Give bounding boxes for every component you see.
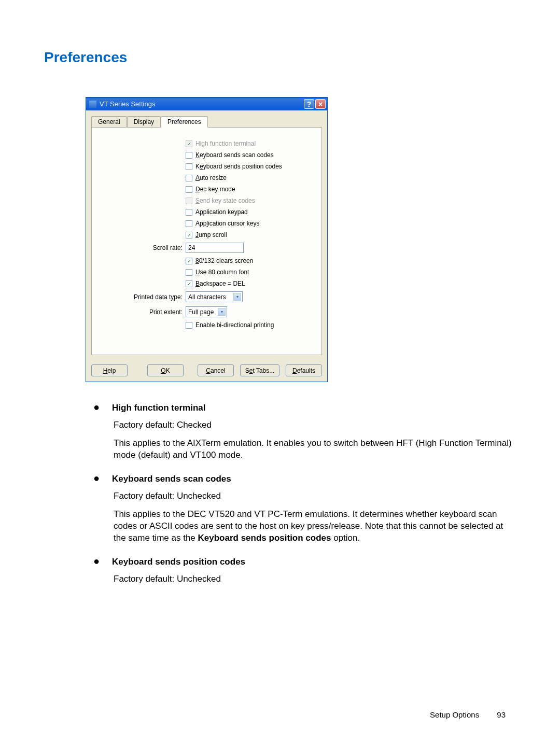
set-tabs-button[interactable]: Set Tabs...	[240, 364, 279, 376]
doc-item-title: High function terminal	[112, 403, 205, 413]
dialog-window: VT Series Settings ? × General Display P…	[86, 97, 328, 382]
checkbox-backspace-del[interactable]	[186, 280, 192, 287]
combo-print-extent-value: Full page	[188, 308, 214, 316]
bullet-icon: ●	[93, 557, 100, 565]
input-scroll-rate[interactable]	[186, 243, 244, 253]
checkbox-high-function	[186, 140, 192, 147]
checkbox-dec-key[interactable]	[186, 186, 192, 193]
label-use-80-font: Use 80 column font	[195, 269, 249, 276]
label-print-extent: Print extent:	[102, 308, 183, 316]
label-kb-position: Keyboard sends position codes	[195, 163, 282, 170]
label-printed-data-type: Printed data type:	[102, 293, 183, 301]
label-scroll-rate: Scroll rate:	[102, 244, 183, 251]
bullet-icon: ●	[93, 403, 100, 411]
footer-page-number: 93	[497, 710, 506, 719]
ok-button[interactable]: OK	[147, 364, 184, 376]
label-kb-scan: Keyboard sends scan codes	[195, 151, 274, 159]
dialog-title: VT Series Settings	[100, 100, 304, 108]
checkbox-send-key-state	[186, 198, 192, 204]
window-icon	[89, 101, 96, 108]
checkbox-jump-scroll[interactable]	[186, 232, 192, 238]
bullet-icon: ●	[93, 474, 100, 482]
label-high-function: High function terminal	[195, 140, 256, 147]
checkbox-enable-bidi[interactable]	[186, 322, 192, 329]
documentation-list: ● High function terminal Factory default…	[93, 403, 516, 585]
combo-printed-data-type-value: All characters	[188, 293, 226, 301]
label-app-keypad: Application keypad	[195, 208, 248, 216]
tab-preferences[interactable]: Preferences	[161, 116, 208, 128]
dialog-screenshot: VT Series Settings ? × General Display P…	[86, 97, 516, 382]
combo-printed-data-type[interactable]: All characters ▾	[186, 291, 243, 302]
checkbox-use-80-font[interactable]	[186, 269, 192, 276]
cancel-button[interactable]: Cancel	[198, 364, 234, 376]
doc-item-default: Factory default: Checked	[114, 419, 516, 431]
label-app-cursor: Application cursor keys	[195, 220, 259, 227]
dialog-titlebar: VT Series Settings ? ×	[86, 97, 327, 110]
close-icon[interactable]: ×	[315, 99, 326, 109]
doc-item-title: Keyboard sends position codes	[112, 557, 245, 567]
chevron-down-icon: ▾	[218, 308, 226, 316]
doc-item-title: Keyboard sends scan codes	[112, 474, 231, 484]
page-footer: Setup Options 93	[430, 710, 506, 719]
label-backspace-del: Backspace = DEL	[195, 280, 245, 287]
checkbox-app-keypad[interactable]	[186, 209, 192, 216]
footer-section: Setup Options	[430, 710, 479, 719]
dialog-button-row: Help OK Cancel Set Tabs... Defaults	[86, 360, 327, 382]
checkbox-kb-scan[interactable]	[186, 152, 192, 159]
doc-item-default: Factory default: Unchecked	[114, 573, 516, 585]
checkbox-auto-resize[interactable]	[186, 175, 192, 181]
label-clears-screen: 80/132 clears screen	[195, 257, 253, 264]
doc-item: ● Keyboard sends scan codes Factory defa…	[93, 474, 516, 544]
doc-item-default: Factory default: Unchecked	[114, 490, 516, 502]
label-enable-bidi: Enable bi-directional printing	[195, 321, 274, 329]
tab-display[interactable]: Display	[127, 116, 161, 127]
label-dec-key: Dec key mode	[195, 186, 235, 193]
defaults-button[interactable]: Defaults	[286, 364, 322, 376]
checkbox-app-cursor[interactable]	[186, 220, 192, 227]
help-icon[interactable]: ?	[304, 99, 314, 109]
label-auto-resize: Auto resize	[195, 174, 227, 181]
label-jump-scroll: Jump scroll	[195, 231, 227, 238]
chevron-down-icon: ▾	[233, 293, 241, 301]
checkbox-kb-position[interactable]	[186, 163, 192, 170]
label-send-key-state: Send key state codes	[195, 197, 255, 204]
checkbox-clears-screen[interactable]	[186, 258, 192, 264]
help-button[interactable]: Help	[91, 364, 128, 376]
preferences-panel: High function terminal Keyboard sends sc…	[91, 127, 322, 355]
tab-general[interactable]: General	[91, 116, 127, 127]
doc-item: ● High function terminal Factory default…	[93, 403, 516, 461]
page-heading: Preferences	[44, 49, 516, 66]
combo-print-extent[interactable]: Full page ▾	[186, 306, 227, 317]
tab-strip: General Display Preferences	[91, 116, 322, 128]
doc-item: ● Keyboard sends position codes Factory …	[93, 557, 516, 585]
doc-item-body: This applies to the DEC VT520 and VT PC-…	[114, 509, 516, 544]
doc-item-body: This applies to the AIXTerm emulation. I…	[114, 438, 516, 461]
